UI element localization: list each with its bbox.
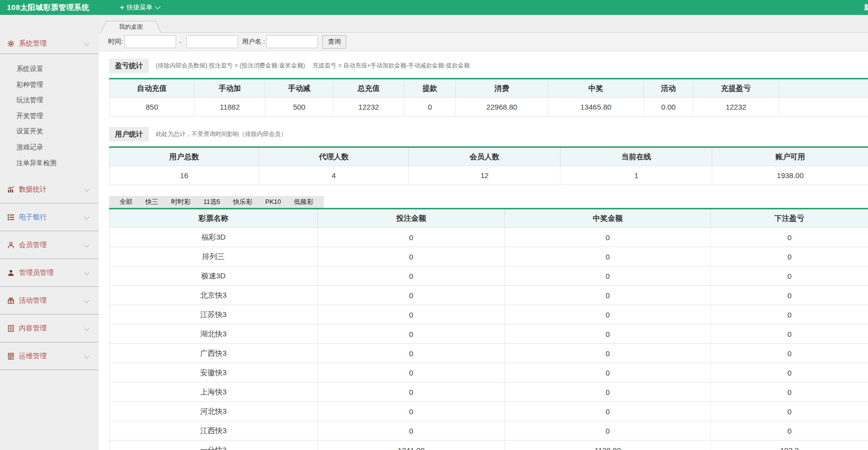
profit-section-title: 盈亏统计 — [109, 59, 149, 73]
list-icon — [7, 214, 14, 221]
column-header: 总充值 — [333, 79, 404, 98]
lottery-tab-7[interactable]: 低频彩 — [288, 196, 320, 208]
column-header: 代理人数 — [259, 147, 408, 166]
table-cell: 1138.80 — [505, 441, 711, 450]
time-from-input[interactable] — [124, 35, 176, 48]
lottery-tab-3[interactable]: 时时彩 — [165, 196, 197, 208]
table-row: 安徽快3000 — [110, 363, 868, 383]
column-header — [779, 79, 868, 98]
column-header: 投注金额 — [317, 209, 505, 228]
table-cell: 12232 — [693, 98, 779, 117]
filter-form: 时间: - 用户名 : 查询 — [99, 33, 868, 51]
tab-my-desktop[interactable]: 我的桌面 — [101, 21, 161, 33]
sidebar-item[interactable]: 设置开奖 — [0, 124, 99, 139]
sidebar: 系统管理系统设置彩种管理玩法管理开奖管理设置开奖游戏记录注单异常检测数据统计电子… — [0, 15, 99, 450]
table-row: 上海快3000 — [110, 383, 868, 402]
username-input[interactable] — [266, 35, 318, 48]
table-cell: 0 — [505, 363, 711, 383]
table-cell: 0 — [505, 286, 711, 305]
table-cell — [779, 98, 868, 117]
chevron-down-icon — [84, 269, 89, 275]
table-cell: 0 — [317, 305, 505, 324]
sidebar-section-7[interactable]: 内容管理 — [0, 315, 99, 342]
sidebar-section-label: 会员管理 — [19, 241, 47, 250]
user-section-header: 用户统计 此处为总计，不受查询时间影响（排除内部会员） — [109, 127, 868, 141]
sidebar-section-5[interactable]: 管理员管理 — [0, 259, 99, 287]
header-row: 自动充值手动加手动减总充值提款消费中奖活动充提盈亏 — [110, 79, 868, 98]
desktop-tab-bar: 我的桌面 — [99, 15, 868, 33]
user-filled-icon — [7, 269, 14, 276]
sidebar-item[interactable]: 注单异常检测 — [0, 155, 99, 171]
table-cell: 河北快3 — [110, 402, 318, 421]
column-header: 用户总数 — [110, 147, 259, 166]
table-cell: 一分快3 — [110, 441, 318, 450]
table-cell: 0 — [317, 324, 505, 344]
lottery-tab-2[interactable]: 快三 — [139, 196, 165, 208]
column-header: 手动加 — [194, 79, 265, 98]
lottery-tab-4[interactable]: 11选5 — [197, 196, 227, 208]
table-cell: 16 — [110, 166, 259, 185]
search-button[interactable]: 查询 — [322, 35, 346, 49]
table-cell: 0 — [711, 421, 868, 441]
table-cell: 0 — [711, 383, 868, 402]
lottery-tab-1[interactable]: 全部 — [113, 196, 139, 208]
chevron-down-icon — [84, 297, 89, 303]
table-cell: 0 — [711, 305, 868, 324]
gear-icon — [7, 40, 14, 47]
table-cell: 0 — [711, 247, 868, 266]
table-cell: 0 — [317, 266, 505, 286]
table-cell: 0 — [317, 383, 505, 402]
gift-icon — [7, 297, 14, 304]
table-cell: 0 — [505, 266, 711, 286]
user-section-title: 用户统计 — [109, 127, 149, 141]
sidebar-item[interactable]: 系统设置 — [0, 61, 99, 77]
lottery-tab-5[interactable]: 快乐彩 — [227, 196, 259, 208]
top-bar: 108太阳城彩票管理系统 + 快捷菜单 新 — [0, 0, 868, 15]
profit-section-description: (排除内部会员数据) 投注盈亏 = (投注消费金额-返奖金额) 充提盈亏 = 自… — [156, 62, 470, 70]
table-cell: 上海快3 — [110, 383, 318, 402]
table-cell: 江西快3 — [110, 421, 318, 441]
range-separator: - — [180, 38, 182, 46]
table-row: 湖北快3000 — [110, 324, 868, 344]
table-cell: 福彩3D — [110, 228, 318, 247]
username-label: 用户名 : — [242, 37, 265, 46]
table-cell: 102.2 — [711, 441, 868, 450]
column-header: 充提盈亏 — [693, 79, 779, 98]
sidebar-section-1[interactable]: 系统管理 — [0, 34, 99, 54]
sidebar-item[interactable]: 彩种管理 — [0, 77, 99, 93]
table-cell: 安徽快3 — [110, 363, 318, 383]
column-header: 账户可用 — [712, 147, 868, 166]
table-cell: 1 — [560, 166, 712, 185]
sidebar-section-3[interactable]: 电子银行 — [0, 203, 99, 231]
sidebar-item[interactable]: 玩法管理 — [0, 92, 99, 108]
table-row: 8501188250012232022968.8013465.800.00122… — [110, 98, 868, 117]
table-cell: 0 — [505, 344, 711, 363]
lottery-category-tabs: 全部快三时时彩11选5快乐彩PK10低频彩 — [109, 196, 324, 208]
table-cell: 0 — [317, 228, 505, 247]
sidebar-item[interactable]: 游戏记录 — [0, 139, 99, 155]
header-row: 彩票名称投注金额中奖金额下注盈亏 — [110, 209, 868, 228]
sidebar-section-8[interactable]: 运维管理 — [0, 342, 99, 370]
sidebar-section-6[interactable]: 活动管理 — [0, 287, 99, 315]
time-to-input[interactable] — [186, 35, 238, 48]
table-cell: 0 — [317, 402, 505, 421]
sidebar-section-label: 管理员管理 — [19, 268, 54, 277]
sidebar-section-2[interactable]: 数据统计 — [0, 176, 99, 203]
table-cell: 0 — [505, 228, 711, 247]
sidebar-item[interactable]: 开奖管理 — [0, 108, 99, 124]
column-header: 中奖金额 — [505, 209, 711, 228]
table-cell: 极速3D — [110, 266, 318, 286]
document-icon — [7, 325, 14, 332]
table-cell: 0 — [317, 363, 505, 383]
table-cell: 江苏快3 — [110, 305, 318, 324]
table-cell: 0 — [505, 305, 711, 324]
table-cell: 4 — [259, 166, 408, 185]
column-header: 当前在线 — [560, 147, 712, 166]
table-cell: 0 — [711, 266, 868, 286]
lottery-tab-6[interactable]: PK10 — [259, 196, 288, 208]
quick-menu-button[interactable]: + 快捷菜单 — [120, 3, 160, 12]
sidebar-section-4[interactable]: 会员管理 — [0, 231, 99, 259]
table-cell: 0 — [317, 247, 505, 266]
header-row: 用户总数代理人数会员人数当前在线账户可用 — [110, 147, 868, 166]
column-header: 消费 — [456, 79, 548, 98]
